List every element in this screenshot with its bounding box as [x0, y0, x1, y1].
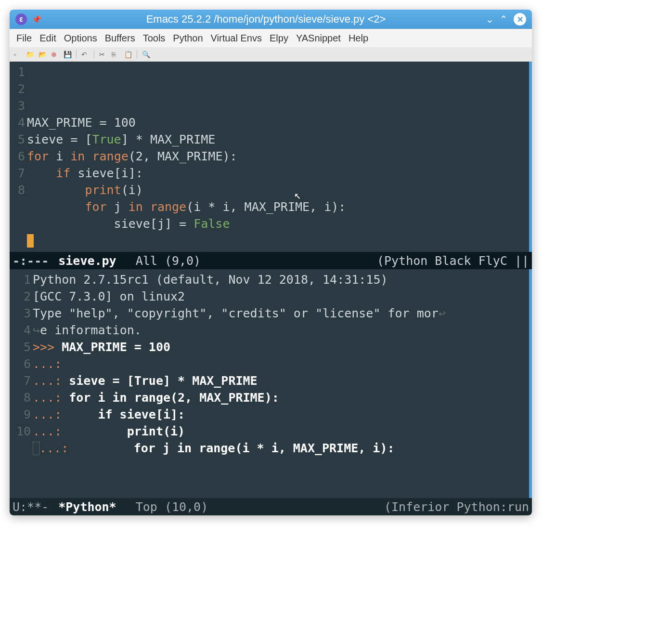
source-editor-pane[interactable]: 12345678 MAX_PRIME = 100sieve = [True] *…	[10, 62, 532, 252]
scrollbar[interactable]	[529, 62, 532, 252]
emacs-app-icon: ε	[15, 13, 27, 25]
modeline-top[interactable]: -:--- sieve.py All (9,0) (Python Black F…	[10, 252, 532, 269]
minimize-button[interactable]: ⌄	[486, 13, 494, 25]
menu-python[interactable]: Python	[170, 31, 206, 46]
modeline-position: All (9,0)	[136, 254, 201, 268]
open-folder-icon[interactable]: 📁	[26, 51, 34, 58]
menu-yasnippet[interactable]: YASnippet	[293, 31, 344, 46]
modeline-status: U:**-	[13, 500, 49, 514]
menu-bar: File Edit Options Buffers Tools Python V…	[10, 29, 532, 47]
copy-icon[interactable]: ⎘	[112, 51, 119, 58]
modeline-status: -:---	[13, 254, 49, 268]
menu-elpy[interactable]: Elpy	[267, 31, 291, 46]
modeline-modes: (Python Black FlyC ||	[377, 254, 529, 268]
modeline-bottom[interactable]: U:**- *Python* Top (10,0) (Inferior Pyth…	[10, 498, 532, 515]
window-titlebar[interactable]: ε 📌 Emacs 25.2.2 /home/jon/python/sieve/…	[10, 10, 532, 29]
modeline-position: Top (10,0)	[136, 500, 208, 514]
line-number-gutter: 12345678	[10, 62, 27, 252]
save-icon[interactable]: 💾	[64, 51, 71, 58]
repl-output-area[interactable]: Python 2.7.15rc1 (default, Nov 12 2018, …	[33, 269, 532, 498]
close-icon[interactable]: ⊗	[51, 51, 59, 58]
close-button[interactable]: ✕	[514, 13, 526, 26]
paste-icon[interactable]: 📋	[124, 51, 132, 58]
menu-edit[interactable]: Edit	[37, 31, 59, 46]
modeline-filename: *Python*	[58, 500, 116, 514]
modeline-filename: sieve.py	[58, 254, 116, 268]
toolbar-divider	[137, 50, 137, 59]
menu-help[interactable]: Help	[346, 31, 371, 46]
tool-bar: ▫ 📁 📂 ⊗ 💾 ↶ ✂ ⎘ 📋 🔍	[10, 47, 532, 62]
toolbar-divider	[76, 50, 77, 59]
editor-area: 12345678 MAX_PRIME = 100sieve = [True] *…	[10, 62, 532, 515]
folder-icon[interactable]: 📂	[39, 51, 46, 58]
window-title: Emacs 25.2.2 /home/jon/python/sieve/siev…	[46, 13, 486, 26]
menu-buffers[interactable]: Buffers	[102, 31, 138, 46]
menu-file[interactable]: File	[13, 31, 35, 46]
maximize-button[interactable]: ⌃	[500, 13, 508, 25]
repl-pane[interactable]: 12345678910 Python 2.7.15rc1 (default, N…	[10, 269, 532, 498]
line-number-gutter: 12345678910	[10, 269, 33, 498]
new-file-icon[interactable]: ▫	[13, 51, 21, 58]
menu-virtual-envs[interactable]: Virtual Envs	[208, 31, 265, 46]
modeline-modes: (Inferior Python:run	[384, 500, 529, 514]
cut-icon[interactable]: ✂	[99, 51, 107, 58]
emacs-window: ε 📌 Emacs 25.2.2 /home/jon/python/sieve/…	[10, 10, 532, 515]
pin-icon[interactable]: 📌	[32, 15, 41, 24]
search-icon[interactable]: 🔍	[142, 51, 150, 58]
undo-icon[interactable]: ↶	[81, 51, 89, 58]
menu-options[interactable]: Options	[61, 31, 100, 46]
scrollbar[interactable]	[529, 269, 532, 498]
source-code-area[interactable]: MAX_PRIME = 100sieve = [True] * MAX_PRIM…	[27, 62, 532, 252]
toolbar-divider	[94, 50, 94, 59]
menu-tools[interactable]: Tools	[140, 31, 168, 46]
